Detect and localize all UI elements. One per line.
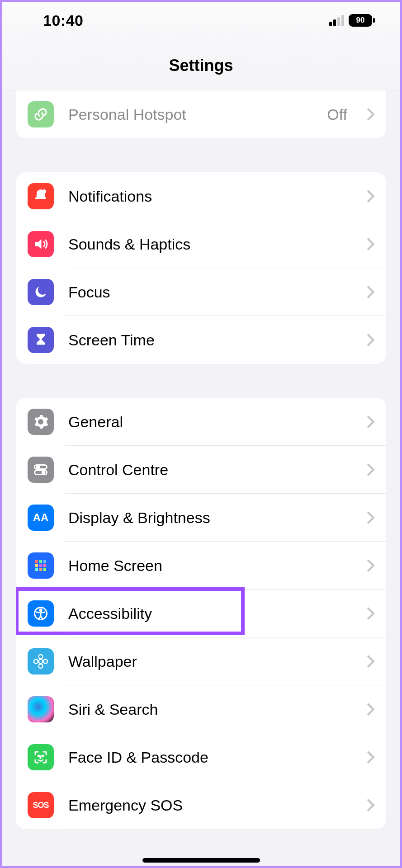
row-label: Home Screen [68, 557, 352, 575]
chevron-right-icon [366, 190, 375, 203]
status-time: 10:40 [43, 12, 83, 29]
row-wallpaper[interactable]: Wallpaper [16, 637, 386, 685]
row-focus[interactable]: Focus [16, 268, 386, 316]
svg-point-20 [43, 660, 47, 664]
bell-icon [28, 183, 54, 209]
battery-indicator: 90 [349, 14, 375, 27]
chevron-right-icon [366, 751, 375, 764]
chevron-right-icon [366, 607, 375, 620]
status-indicators: 90 [329, 14, 375, 27]
svg-rect-7 [43, 560, 46, 563]
svg-point-2 [37, 466, 39, 468]
svg-point-16 [39, 660, 43, 664]
chevron-right-icon [366, 559, 375, 572]
link-icon [28, 101, 54, 127]
svg-rect-8 [35, 564, 38, 567]
chevron-right-icon [366, 511, 375, 524]
svg-point-4 [42, 471, 45, 474]
row-accessibility[interactable]: Accessibility [16, 590, 386, 637]
svg-rect-5 [35, 560, 38, 563]
cellular-signal-icon [329, 15, 344, 26]
status-bar: 10:40 90 [0, 0, 402, 41]
svg-point-22 [42, 755, 43, 756]
row-label: Focus [68, 283, 352, 301]
row-label: Wallpaper [68, 653, 352, 670]
row-label: Face ID & Passcode [68, 749, 352, 766]
page-title: Settings [0, 41, 402, 90]
row-emergency-sos[interactable]: SOS Emergency SOS [16, 781, 386, 829]
svg-point-18 [39, 664, 43, 668]
svg-point-15 [40, 609, 42, 611]
row-sounds-haptics[interactable]: Sounds & Haptics [16, 220, 386, 268]
chevron-right-icon [366, 463, 375, 476]
row-home-screen[interactable]: Home Screen [16, 542, 386, 590]
svg-rect-10 [43, 564, 46, 567]
svg-rect-11 [35, 568, 38, 571]
row-screen-time[interactable]: Screen Time [16, 316, 386, 364]
row-label: Accessibility [68, 605, 352, 623]
row-label: Screen Time [68, 331, 352, 349]
row-value: Off [327, 106, 347, 123]
faceid-icon [28, 744, 54, 770]
row-display-brightness[interactable]: AA Display & Brightness [16, 494, 386, 542]
settings-group-general: General Control Centre AA Display & Brig… [16, 398, 386, 829]
row-label: Notifications [68, 188, 352, 205]
svg-rect-6 [39, 560, 42, 563]
speaker-icon [28, 231, 54, 257]
accessibility-icon [28, 600, 54, 627]
svg-rect-12 [39, 568, 42, 571]
settings-list: Personal Hotspot Off Notifications Sound… [0, 90, 402, 847]
row-label: Siri & Search [68, 701, 352, 718]
siri-icon [28, 696, 54, 722]
gear-icon [28, 409, 54, 435]
svg-point-21 [38, 755, 39, 756]
toggles-icon [28, 457, 54, 483]
chevron-right-icon [366, 286, 375, 298]
row-notifications[interactable]: Notifications [16, 172, 386, 220]
moon-icon [28, 279, 54, 305]
chevron-right-icon [366, 415, 375, 428]
row-personal-hotspot[interactable]: Personal Hotspot Off [16, 90, 386, 138]
row-label: Display & Brightness [68, 509, 352, 527]
hourglass-icon [28, 327, 54, 353]
svg-rect-13 [43, 568, 46, 571]
battery-pct: 90 [349, 14, 372, 27]
chevron-right-icon [366, 108, 375, 121]
row-control-centre[interactable]: Control Centre [16, 446, 386, 494]
chevron-right-icon [366, 703, 375, 716]
row-general[interactable]: General [16, 398, 386, 446]
sos-icon: SOS [28, 792, 54, 818]
row-label: Emergency SOS [68, 797, 352, 814]
row-siri-search[interactable]: Siri & Search [16, 685, 386, 733]
flower-icon [28, 648, 54, 675]
svg-point-0 [42, 189, 46, 193]
row-label: Sounds & Haptics [68, 236, 352, 253]
svg-rect-9 [39, 564, 42, 567]
chevron-right-icon [366, 799, 375, 811]
chevron-right-icon [366, 655, 375, 668]
svg-point-17 [39, 655, 43, 659]
settings-group-notifications: Notifications Sounds & Haptics Focus Scr… [16, 172, 386, 364]
chevron-right-icon [366, 238, 375, 250]
chevron-right-icon [366, 334, 375, 346]
row-label: Personal Hotspot [68, 106, 312, 123]
row-label: General [68, 413, 352, 431]
grid-icon [28, 552, 54, 579]
home-indicator[interactable] [142, 858, 260, 863]
svg-point-19 [34, 660, 38, 664]
settings-group-connectivity: Personal Hotspot Off [16, 90, 386, 138]
aa-icon: AA [28, 505, 54, 531]
row-face-id-passcode[interactable]: Face ID & Passcode [16, 733, 386, 781]
row-label: Control Centre [68, 461, 352, 479]
